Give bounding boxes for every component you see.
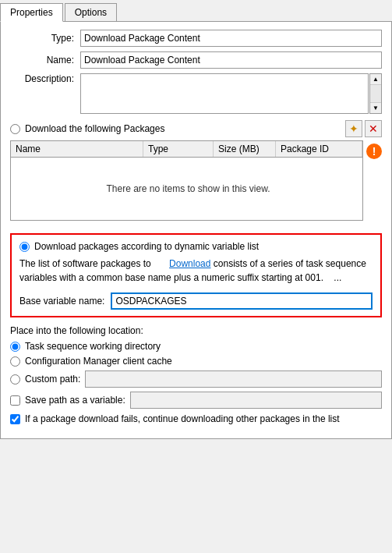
description-label: Description: <box>10 73 80 84</box>
tab-properties[interactable]: Properties <box>0 3 63 22</box>
save-path-label: Save path as a variable: <box>25 395 125 406</box>
col-pkgid: Package ID <box>276 141 362 157</box>
radio-following-packages[interactable] <box>10 124 20 134</box>
custom-path-input[interactable] <box>85 370 382 388</box>
save-path-input[interactable] <box>130 392 382 409</box>
download-link[interactable]: Download <box>169 258 210 269</box>
continue-download-label: If a package download fails, continue do… <box>25 413 340 424</box>
radio-task-sequence[interactable] <box>10 342 20 352</box>
cm-cache-label: Configuration Manager client cache <box>25 356 172 367</box>
close-icon: ✕ <box>369 122 378 135</box>
tab-options[interactable]: Options <box>65 3 117 21</box>
name-label: Name: <box>10 55 80 66</box>
radio-cm-cache[interactable] <box>10 356 20 367</box>
star-button[interactable]: ✦ <box>345 120 362 137</box>
base-var-label: Base variable name: <box>19 296 104 307</box>
name-input[interactable] <box>80 51 382 69</box>
radio-custom-path[interactable] <box>10 374 20 385</box>
type-input[interactable] <box>80 30 382 47</box>
place-section: Place into the following location: Task … <box>10 325 382 424</box>
remove-button[interactable]: ✕ <box>365 120 382 137</box>
scroll-track <box>370 85 381 102</box>
custom-path-row: Custom path: <box>10 370 382 388</box>
packages-table: Name Type Size (MB) Package ID There are… <box>10 140 363 221</box>
continue-download-row: If a package download fails, continue do… <box>10 413 382 424</box>
table-empty-message: There are no items to show in this view. <box>11 158 362 220</box>
scroll-up-btn[interactable]: ▲ <box>370 74 381 85</box>
dynamic-description: The list of software packages to Downloa… <box>19 257 373 285</box>
continue-download-checkbox[interactable] <box>10 414 20 424</box>
radio-dynamic-label: Download packages according to dynamic v… <box>34 241 259 252</box>
save-path-row: Save path as a variable: <box>10 392 382 409</box>
custom-path-label: Custom path: <box>25 374 80 385</box>
description-input[interactable] <box>80 73 369 114</box>
scroll-down-btn[interactable]: ▼ <box>370 102 381 113</box>
table-header: Name Type Size (MB) Package ID <box>11 141 362 158</box>
col-size: Size (MB) <box>214 141 276 157</box>
radio-following-label: Download the following Packages <box>25 123 164 134</box>
info-icon[interactable]: ! <box>366 144 382 159</box>
save-path-checkbox[interactable] <box>10 395 20 406</box>
task-sequence-label: Task sequence working directory <box>25 341 161 352</box>
type-label: Type: <box>10 33 80 44</box>
place-label: Place into the following location: <box>10 325 382 336</box>
radio-dynamic-variable[interactable] <box>19 242 30 252</box>
base-var-input[interactable] <box>111 292 373 310</box>
col-type: Type <box>143 141 214 157</box>
col-name: Name <box>11 141 143 157</box>
dynamic-section: Download packages according to dynamic v… <box>10 233 382 317</box>
star-icon: ✦ <box>349 122 358 135</box>
